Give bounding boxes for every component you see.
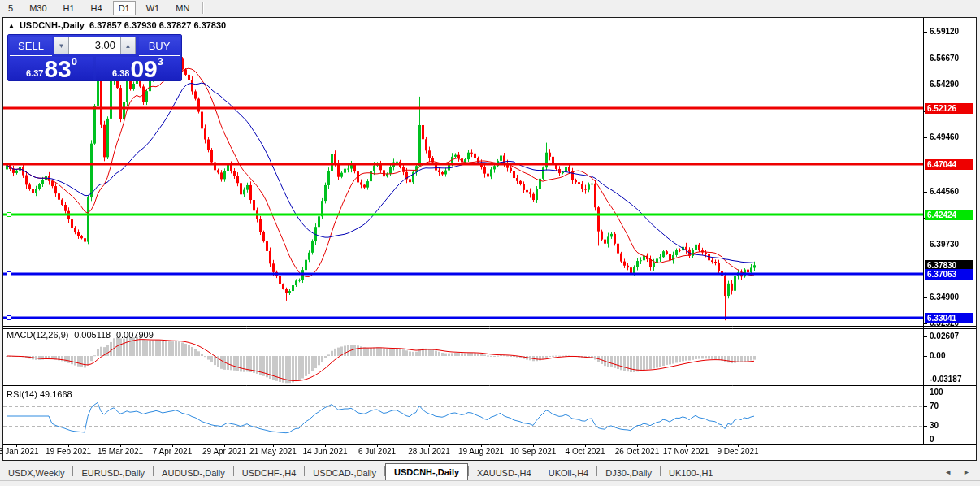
date-tick-label: 19 Feb 2021 bbox=[46, 447, 91, 456]
sell-button[interactable]: SELL bbox=[10, 37, 52, 56]
trade-panel-controls: SELL ▼ 3.00 ▲ BUY bbox=[10, 37, 180, 56]
volume-stepper: ▼ 3.00 ▲ bbox=[54, 37, 136, 54]
tab-eurusd-daily[interactable]: EURUSD-,Daily bbox=[73, 465, 153, 480]
status-strip bbox=[0, 480, 980, 486]
collapse-panel-icon[interactable]: ▲ bbox=[8, 22, 15, 29]
volume-decrease-icon[interactable]: ▼ bbox=[54, 37, 69, 54]
price-tick-label: 6.56670 bbox=[930, 54, 959, 63]
timeframe-toolbar: 5M30H1H4D1W1MN bbox=[0, 0, 980, 16]
sell-price-display[interactable]: 6.37 83 0 bbox=[10, 57, 93, 80]
timeframe-button-m30[interactable]: M30 bbox=[24, 1, 52, 15]
price-level-badge: 6.52126 bbox=[925, 103, 973, 114]
date-tick-label: 14 Jun 2021 bbox=[302, 447, 347, 456]
price-tick-label: 6.34900 bbox=[930, 293, 959, 302]
rsi-tick-label: 100 bbox=[930, 388, 943, 397]
tab-scroll-right-icon[interactable]: ► bbox=[963, 468, 970, 476]
tab-scroll-left-icon[interactable]: ◄ bbox=[944, 468, 952, 476]
trade-panel-prices: 6.37 83 0 6.38 09 3 bbox=[10, 57, 180, 80]
chart-title: ▲ USDCNH-,Daily 6.37857 6.37930 6.37827 … bbox=[8, 20, 226, 30]
tab-usdcnh-daily[interactable]: USDCNH-,Daily bbox=[385, 463, 468, 481]
buy-price-sup: 3 bbox=[158, 55, 163, 67]
date-tick-label: 26 Oct 2021 bbox=[615, 447, 659, 456]
volume-increase-icon[interactable]: ▲ bbox=[120, 37, 136, 54]
tab-audusd-daily[interactable]: AUDUSD-,Daily bbox=[154, 465, 233, 480]
timeframe-button-d1[interactable]: D1 bbox=[113, 1, 136, 15]
rsi-tick-label: 30 bbox=[930, 421, 939, 430]
mt4-terminal: { "toolbar":{"items":["5","M30","H1","H4… bbox=[0, 0, 980, 486]
tab-dj30-daily[interactable]: DJ30-,Daily bbox=[597, 465, 660, 480]
macd-tick-label: 0.00 bbox=[930, 351, 945, 360]
sell-price-sup: 0 bbox=[72, 55, 77, 67]
date-tick-label: 9 Dec 2021 bbox=[717, 447, 758, 456]
sell-price-big: 83 bbox=[44, 59, 71, 80]
price-level-badge: 6.42424 bbox=[925, 210, 973, 220]
date-tick-label: 6 Jul 2021 bbox=[358, 447, 396, 456]
chart-symbol-period: USDCNH-,Daily bbox=[20, 20, 85, 30]
date-tick-label: 28 Jan 2021 bbox=[0, 447, 39, 456]
chart-tab-bar: USDX,WeeklyEURUSD-,DailyAUDUSD-,DailyUSD… bbox=[0, 462, 980, 480]
toolbar-separator bbox=[202, 2, 204, 14]
price-tick-label: 6.54290 bbox=[930, 80, 959, 89]
chart-window: ▲ USDCNH-,Daily 6.37857 6.37930 6.37827 … bbox=[2, 17, 977, 461]
buy-price-display[interactable]: 6.38 09 3 bbox=[96, 57, 180, 80]
buy-button[interactable]: BUY bbox=[139, 37, 180, 56]
macd-tick-label: 0.02607 bbox=[930, 332, 959, 341]
price-level-badge: 6.47044 bbox=[925, 159, 973, 170]
rsi-tick-label: 0 bbox=[930, 435, 934, 444]
tab-usdx-weekly[interactable]: USDX,Weekly bbox=[0, 465, 72, 480]
date-tick-label: 15 Mar 2021 bbox=[98, 447, 143, 456]
tab-ukoil-h4[interactable]: UKOil-,H4 bbox=[540, 465, 597, 480]
chart-ohlc-values: 6.37857 6.37930 6.37827 6.37830 bbox=[89, 20, 226, 30]
timeframe-button-h1[interactable]: H1 bbox=[58, 1, 80, 15]
rsi-indicator-label: RSI(14) 49.1668 bbox=[7, 389, 72, 399]
tab-uk100-h1[interactable]: UK100-,H1 bbox=[661, 465, 721, 480]
macd-indicator-label: MACD(12,26,9) -0.005118 -0.007909 bbox=[7, 330, 154, 340]
date-tick-label: 21 May 2021 bbox=[249, 447, 297, 456]
timeframe-button-h4[interactable]: H4 bbox=[85, 1, 108, 15]
price-level-badge: 6.33041 bbox=[925, 313, 973, 323]
tab-xauusd-h4[interactable]: XAUUSD-,H4 bbox=[469, 465, 540, 480]
tab-usdcad-daily[interactable]: USDCAD-,Daily bbox=[305, 465, 384, 480]
date-tick-label: 19 Aug 2021 bbox=[458, 447, 504, 456]
date-tick-label: 7 Apr 2021 bbox=[153, 447, 192, 456]
price-tick-label: 6.49460 bbox=[930, 132, 959, 141]
price-chart-plot[interactable] bbox=[3, 18, 976, 460]
tab-scroll-buttons: ◄► bbox=[944, 468, 980, 480]
macd-tick-label: -0.03187 bbox=[930, 375, 961, 384]
date-tick-label: 29 Apr 2021 bbox=[202, 447, 246, 456]
volume-value[interactable]: 3.00 bbox=[69, 37, 120, 54]
date-tick-label: 28 Jul 2021 bbox=[408, 447, 450, 456]
date-tick-label: 17 Nov 2021 bbox=[663, 447, 709, 456]
timeframe-button-5[interactable]: 5 bbox=[2, 1, 19, 15]
buy-price-big: 09 bbox=[130, 59, 157, 80]
date-tick-label: 4 Oct 2021 bbox=[566, 447, 605, 456]
price-tick-label: 6.44560 bbox=[930, 187, 959, 196]
date-tick-label: 10 Sep 2021 bbox=[510, 447, 557, 456]
one-click-trade-panel: SELL ▼ 3.00 ▲ BUY 6.37 83 0 6.38 09 3 bbox=[7, 34, 182, 81]
tab-usdchf-h4[interactable]: USDCHF-,H4 bbox=[234, 465, 305, 480]
price-level-badge: 6.37063 bbox=[925, 269, 973, 280]
price-tick-label: 6.39730 bbox=[930, 240, 959, 249]
sell-price-prefix: 6.37 bbox=[26, 68, 43, 78]
buy-price-prefix: 6.38 bbox=[112, 68, 129, 78]
rsi-tick-label: 70 bbox=[930, 401, 939, 410]
price-tick-label: 6.59120 bbox=[930, 27, 959, 36]
timeframe-button-w1[interactable]: W1 bbox=[141, 1, 166, 15]
timeframe-button-mn[interactable]: MN bbox=[170, 1, 195, 15]
